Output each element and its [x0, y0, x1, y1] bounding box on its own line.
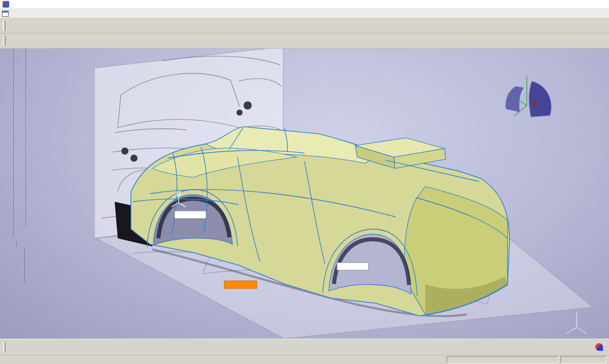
- tree-branch-line: [16, 241, 17, 246]
- catia-logo: [595, 343, 606, 351]
- toolbar-grip[interactable]: [3, 21, 6, 31]
- tree-branch-line: [25, 49, 26, 228]
- axis-triad: [566, 311, 587, 334]
- focus-label-1[interactable]: [175, 211, 206, 219]
- 3d-viewport[interactable]: [0, 49, 609, 339]
- close-button[interactable]: [593, 0, 608, 9]
- car-model[interactable]: [131, 127, 510, 316]
- graphic-properties-toolbar: [0, 33, 609, 49]
- maximize-button[interactable]: [578, 0, 593, 9]
- document-icon: [2, 11, 9, 17]
- tree-branch-line: [24, 249, 25, 283]
- headlamp-sketch-dot: [130, 155, 138, 162]
- focus-label-2[interactable]: [337, 263, 368, 270]
- minimize-button[interactable]: [562, 0, 578, 9]
- headlamp-sketch-dot: [244, 101, 252, 110]
- tree-rows: [3, 49, 130, 50]
- status-field: [560, 356, 606, 363]
- standard-toolbar: [0, 18, 609, 33]
- tree-branch-line: [13, 49, 14, 237]
- specification-tree: [3, 49, 130, 339]
- title-bar: [0, 0, 609, 9]
- menu-bar: [0, 9, 609, 18]
- view-compass[interactable]: [505, 76, 551, 117]
- window-controls: [562, 0, 608, 9]
- catia-app-icon: [3, 1, 9, 8]
- compass-origin-dot[interactable]: [533, 102, 536, 105]
- focus-label-3-highlighted[interactable]: [224, 281, 257, 288]
- bottom-toolbar: [0, 339, 609, 355]
- toolbar-grip[interactable]: [3, 36, 6, 46]
- dassault-swoosh-icon: [595, 343, 603, 351]
- headlamp-sketch-dot: [236, 110, 243, 116]
- command-input-field[interactable]: [447, 356, 558, 363]
- toolbar-grip[interactable]: [3, 342, 6, 352]
- status-bar: [0, 355, 609, 364]
